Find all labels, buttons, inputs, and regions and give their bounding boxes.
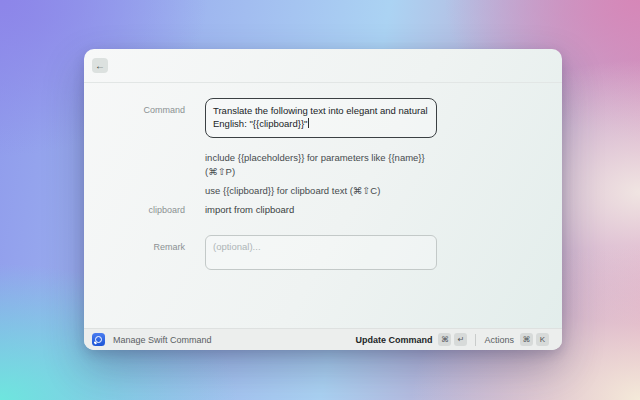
back-arrow-icon: ← — [95, 61, 105, 71]
command-input-value: Translate the following text into elegan… — [213, 105, 428, 129]
text-caret — [308, 118, 309, 128]
back-button[interactable]: ← — [92, 58, 108, 73]
return-key-icon: ↵ — [454, 333, 467, 346]
clipboard-field-label: clipboard — [84, 204, 185, 216]
actions-menu-button[interactable]: Actions ⌘ K — [484, 333, 549, 346]
clipboard-hint: use {{clipboard}} for clipboard text (⌘⇧… — [205, 184, 450, 198]
placeholders-hint-line1: include {{placeholders}} for parameters … — [205, 151, 450, 165]
app-title: Manage Swift Command — [113, 335, 212, 345]
edit-command-form: Command Translate the following text int… — [84, 83, 562, 328]
remark-textarea[interactable] — [205, 235, 437, 270]
update-command-shortcut: ⌘ ↵ — [438, 333, 467, 346]
remark-field-label: Remark — [84, 241, 185, 253]
command-key-icon: ⌘ — [520, 333, 533, 346]
footer-actions: Update Command ⌘ ↵ Actions ⌘ K — [355, 333, 549, 346]
k-key-icon: K — [536, 333, 549, 346]
swift-command-window: ← Command Translate the following text i… — [84, 49, 562, 350]
action-bar: Manage Swift Command Update Command ⌘ ↵ … — [84, 328, 562, 350]
command-field-label: Command — [84, 104, 185, 116]
placeholders-hint-line2: (⌘⇧P) — [205, 165, 450, 179]
swift-command-icon — [92, 333, 105, 346]
update-command-button[interactable]: Update Command ⌘ ↵ — [355, 333, 467, 346]
actions-label: Actions — [484, 335, 514, 345]
window-header: ← — [84, 49, 562, 83]
actions-shortcut: ⌘ K — [520, 333, 549, 346]
command-key-icon: ⌘ — [438, 333, 451, 346]
update-command-label: Update Command — [355, 335, 432, 345]
placeholders-hint: include {{placeholders}} for parameters … — [205, 151, 450, 179]
command-input[interactable]: Translate the following text into elegan… — [205, 98, 437, 138]
clipboard-field-value[interactable]: import from clipboard — [205, 204, 294, 216]
footer-divider — [475, 334, 476, 346]
